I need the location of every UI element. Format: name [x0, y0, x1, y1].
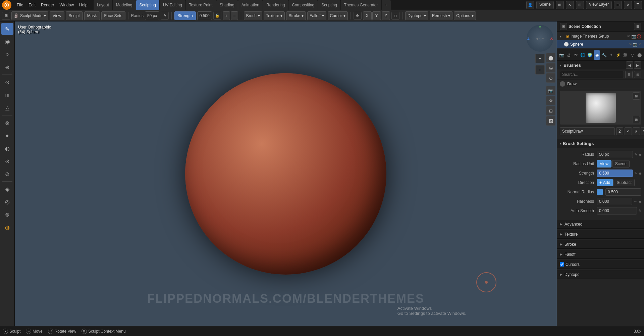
tool-7[interactable]: △ — [1, 102, 13, 114]
radius-view-btn[interactable]: View — [597, 160, 611, 167]
plus-btn[interactable]: + — [223, 11, 230, 20]
sculpt-btn[interactable]: Sculpt — [66, 11, 83, 20]
mask-btn[interactable]: Mask — [84, 11, 100, 20]
texture-section[interactable]: ▶ Texture — [557, 230, 644, 239]
orientation-gizmo[interactable]: gizmo X Y Z — [527, 25, 553, 52]
stroke-dropdown[interactable]: Stroke ▾ — [286, 11, 306, 20]
brush-expand-btn[interactable]: ⊞ — [633, 92, 640, 100]
props-physics-icon[interactable]: ⚡ — [615, 50, 622, 60]
status-move[interactable]: ↔ Move — [26, 329, 42, 334]
texture-dropdown[interactable]: Texture ▾ — [264, 11, 285, 20]
brushes-view-list[interactable]: ☰ — [625, 71, 633, 78]
menu-file[interactable]: File — [14, 0, 26, 10]
strength-keyframe-icon[interactable]: ◆ — [639, 171, 641, 176]
tool-2[interactable]: ◉ — [1, 36, 13, 48]
dyntopo-section-panel[interactable]: ▶ Dyntopo — [557, 270, 644, 279]
tool-4[interactable]: ⊕ — [1, 61, 13, 73]
online-access-icon[interactable]: 👤 — [526, 1, 534, 9]
props-output-icon[interactable]: 🖨 — [566, 50, 572, 60]
dyntopo-dropdown[interactable]: Dyntopo ▾ — [405, 11, 428, 20]
tool-14[interactable]: ◎ — [1, 196, 13, 208]
menu-render[interactable]: Render — [38, 0, 57, 10]
brush-use-btn[interactable]: ✔ — [625, 127, 632, 135]
y-btn[interactable]: Y — [372, 11, 381, 20]
cursors-section[interactable]: Cursors — [557, 260, 644, 269]
editor-type-icon[interactable]: ⊞ — [2, 12, 10, 20]
outliner-filter-icon[interactable]: ☰ — [634, 23, 641, 30]
options-dropdown[interactable]: Options ▾ — [454, 11, 476, 20]
viewport-move-btn[interactable]: ✥ — [546, 96, 555, 105]
radius-scene-btn[interactable]: Scene — [612, 160, 630, 167]
proportional-edit-icon[interactable]: ⊙ — [354, 12, 362, 20]
blender-logo[interactable] — [2, 0, 11, 10]
minus-btn[interactable]: − — [231, 11, 238, 20]
direction-sub-btn[interactable]: Subtract — [613, 179, 635, 186]
menu-window[interactable]: Window — [57, 0, 76, 10]
tool-10[interactable]: ◐ — [1, 142, 13, 154]
remesh-dropdown[interactable]: Remesh ▾ — [430, 11, 453, 20]
strength-lock-icon[interactable]: 🔒 — [213, 12, 221, 20]
tool-8[interactable]: ⊗ — [1, 117, 13, 129]
mode-selector[interactable]: 🗿 Sculpt Mode ▾ — [11, 11, 48, 20]
radius-edit-icon[interactable]: ✎ — [634, 152, 637, 157]
tab-themesgenerator[interactable]: Themes Generator — [341, 0, 381, 10]
props-modifier-icon[interactable]: 🔧 — [601, 50, 607, 60]
facesets-btn[interactable]: Face Sets — [101, 11, 125, 20]
autosmooth-edit-icon[interactable]: ✎ — [638, 209, 641, 213]
tab-rendering[interactable]: Rendering — [263, 0, 288, 10]
tab-modeling[interactable]: Modeling — [113, 0, 136, 10]
autosmooth-input[interactable]: 0.000 — [597, 207, 637, 214]
tab-add[interactable]: + — [382, 0, 391, 10]
hardness-swap-icon[interactable]: ↔ — [634, 199, 637, 203]
props-view-icon[interactable]: 👁 — [573, 50, 579, 60]
strength-btn[interactable]: Strength — [174, 11, 196, 20]
strength-value[interactable]: 0.500 — [197, 11, 212, 20]
brushes-view-grid[interactable]: ⊞ — [634, 71, 641, 78]
tool-16[interactable]: ◍ — [1, 221, 13, 233]
tool-9[interactable]: ● — [1, 130, 13, 142]
strength-edit-icon[interactable]: ✎ — [634, 171, 637, 176]
tool-11[interactable]: ⊛ — [1, 155, 13, 167]
tab-uvediting[interactable]: UV Editing — [160, 0, 185, 10]
brush-options-btn[interactable]: ⊞ — [633, 116, 640, 123]
props-object-icon[interactable]: ◉ — [594, 50, 600, 60]
radius-value[interactable]: 50 px — [145, 11, 159, 20]
tab-layout[interactable]: Layout — [94, 0, 112, 10]
props-scene-icon[interactable]: 🌐 — [580, 50, 586, 60]
brush-dropdown[interactable]: Brush ▾ — [244, 11, 262, 20]
tab-animation[interactable]: Animation — [238, 0, 263, 10]
tool-12[interactable]: ⊘ — [1, 168, 13, 180]
props-world-icon[interactable]: 🌍 — [587, 50, 593, 60]
z-btn[interactable]: Z — [382, 11, 390, 20]
stroke-section[interactable]: ▶ Stroke — [557, 240, 644, 249]
viewport-shading-solid[interactable]: ⬤ — [546, 53, 555, 62]
brushes-nav-prev[interactable]: ◀ — [626, 61, 633, 69]
tab-shading[interactable]: Shading — [216, 0, 238, 10]
zoom-out-btn[interactable]: − — [535, 54, 545, 63]
radius-edit-icon[interactable]: ✎ — [161, 12, 169, 20]
brushes-nav-next[interactable]: ▶ — [634, 61, 641, 69]
brush-settings-header[interactable]: ▾ Brush Settings — [557, 139, 644, 148]
tab-sculpting[interactable]: Sculpting — [136, 0, 159, 10]
tool-6[interactable]: ≋ — [1, 89, 13, 101]
props-material-icon[interactable]: ⬤ — [636, 50, 643, 60]
status-rotate[interactable]: ↺ Rotate View — [48, 329, 76, 334]
constraint-icon[interactable]: □ — [391, 12, 399, 20]
cursor-dropdown[interactable]: Cursor ▾ — [328, 11, 348, 20]
falloff-section[interactable]: ▶ Falloff — [557, 250, 644, 259]
brush-close-btn[interactable]: ✕ — [641, 127, 644, 135]
viewport-img-btn[interactable]: 🖼 — [546, 116, 555, 126]
outliner-type-icon[interactable]: ⊞ — [560, 23, 567, 30]
props-render-icon[interactable]: 📷 — [558, 50, 565, 60]
zoom-in-btn[interactable]: + — [535, 65, 545, 75]
brushes-search-input[interactable] — [560, 71, 624, 78]
view-layer-expand-icon[interactable]: ⊞ — [614, 1, 622, 9]
normal-radius-color[interactable] — [597, 189, 603, 195]
viewport-xray-btn[interactable]: ⊙ — [546, 73, 555, 83]
radius-input[interactable]: 50 px — [597, 151, 633, 158]
props-particles-icon[interactable]: ✦ — [608, 50, 614, 60]
normal-radius-input[interactable]: 0.500 — [605, 188, 641, 196]
cursors-checkbox[interactable] — [560, 262, 564, 267]
direction-add-btn[interactable]: + Add — [597, 179, 613, 186]
view-layer-btn[interactable]: View Layer — [586, 1, 612, 9]
